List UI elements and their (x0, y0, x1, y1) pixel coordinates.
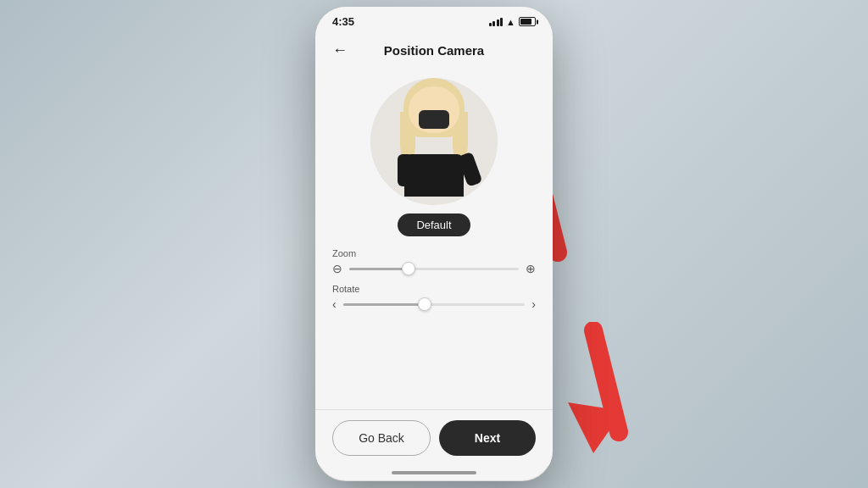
rotate-slider-section: Rotate ‹ › (332, 284, 536, 319)
zoom-slider-fill (349, 268, 409, 270)
status-icons: ▲ (489, 17, 536, 27)
main-content: Default Zoom ⊖ ⊕ Rotate ‹ › (315, 69, 553, 409)
status-bar: 4:35 ▲ (315, 7, 553, 31)
zoom-slider-row: ⊖ ⊕ (332, 262, 536, 275)
header: ← Position Camera (315, 31, 553, 69)
rotate-label: Rotate (332, 284, 536, 294)
signal-bars-icon (489, 18, 504, 26)
avatar-shirt (404, 154, 464, 197)
wifi-icon: ▲ (506, 17, 515, 27)
rotate-slider-track[interactable] (343, 303, 526, 306)
zoom-slider-track[interactable] (349, 268, 519, 270)
rotate-slider-row: ‹ › (332, 297, 536, 311)
avatar-preview (370, 78, 498, 205)
default-button[interactable]: Default (398, 214, 470, 236)
back-button[interactable]: ← (329, 38, 351, 63)
zoom-label: Zoom (332, 248, 536, 258)
red-arrow-2 (568, 322, 687, 458)
battery-icon (519, 17, 536, 26)
rotate-slider-thumb[interactable] (418, 297, 431, 311)
phone-frame: 4:35 ▲ ← Position Camera (315, 7, 553, 481)
next-button[interactable]: Next (439, 420, 536, 456)
rotate-right-icon: › (531, 297, 536, 311)
home-indicator (392, 471, 476, 474)
zoom-slider-thumb[interactable] (402, 262, 415, 275)
go-back-button[interactable]: Go Back (332, 420, 431, 456)
rotate-left-icon: ‹ (332, 297, 337, 311)
bottom-bar: Go Back Next (315, 409, 553, 466)
page-title: Position Camera (384, 43, 484, 58)
avatar-head (409, 86, 459, 133)
status-time: 4:35 (332, 15, 354, 28)
zoom-in-icon: ⊕ (526, 262, 536, 275)
zoom-out-icon: ⊖ (332, 262, 342, 275)
avatar-character (396, 86, 472, 197)
zoom-slider-section: Zoom ⊖ ⊕ (332, 248, 536, 284)
rotate-slider-fill (343, 303, 426, 306)
avatar-mask (419, 110, 449, 129)
